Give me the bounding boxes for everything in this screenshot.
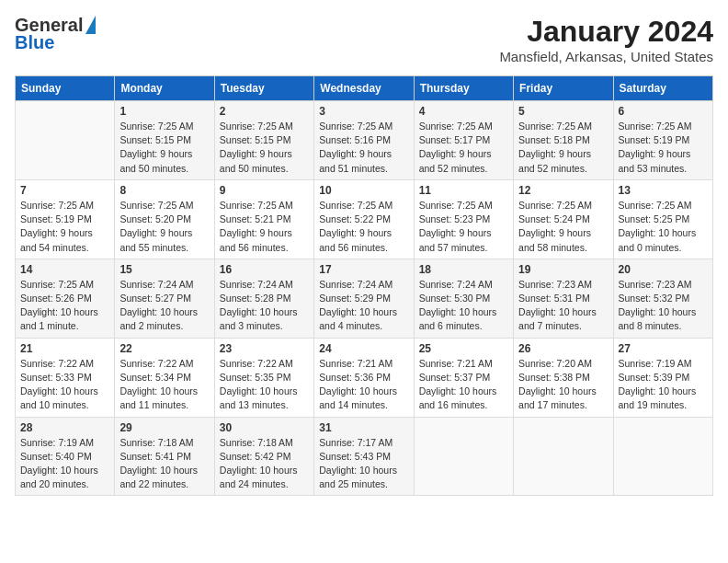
day-info: Sunrise: 7:17 AMSunset: 5:43 PMDaylight:… [319,436,408,492]
daylight-text: Daylight: 10 hours and 1 minute. [20,306,98,331]
logo: General Blue [15,15,96,53]
day-info: Sunrise: 7:25 AMSunset: 5:26 PMDaylight:… [20,278,109,334]
daylight-text: Daylight: 10 hours and 8 minutes. [619,306,697,331]
calendar-cell: 6Sunrise: 7:25 AMSunset: 5:19 PMDaylight… [613,101,712,180]
day-info: Sunrise: 7:21 AMSunset: 5:37 PMDaylight:… [419,357,508,413]
day-number: 13 [619,184,708,197]
calendar-cell: 22Sunrise: 7:22 AMSunset: 5:34 PMDayligh… [115,338,214,417]
day-number: 22 [119,342,209,355]
sunset-text: Sunset: 5:43 PM [319,451,391,462]
sunset-text: Sunset: 5:36 PM [319,372,391,383]
calendar-cell: 20Sunrise: 7:23 AMSunset: 5:32 PMDayligh… [613,259,712,338]
calendar-cell: 5Sunrise: 7:25 AMSunset: 5:18 PMDaylight… [514,101,613,180]
day-number: 7 [20,184,109,197]
day-info: Sunrise: 7:18 AMSunset: 5:42 PMDaylight:… [220,436,309,492]
sunrise-text: Sunrise: 7:19 AM [619,358,692,369]
daylight-text: Daylight: 10 hours and 0 minutes. [619,227,697,252]
calendar-cell: 12Sunrise: 7:25 AMSunset: 5:24 PMDayligh… [514,179,613,259]
calendar-header-row: SundayMondayTuesdayWednesdayThursdayFrid… [16,76,713,101]
day-info: Sunrise: 7:25 AMSunset: 5:21 PMDaylight:… [220,199,309,255]
calendar-week-row: 7Sunrise: 7:25 AMSunset: 5:19 PMDaylight… [16,179,713,259]
page-subtitle: Mansfield, Arkansas, United States [499,49,713,64]
day-info: Sunrise: 7:22 AMSunset: 5:33 PMDaylight:… [20,357,109,413]
sunset-text: Sunset: 5:22 PM [319,213,391,224]
daylight-text: Daylight: 9 hours and 50 minutes. [119,148,192,173]
sunrise-text: Sunrise: 7:19 AM [20,437,94,448]
daylight-text: Daylight: 10 hours and 4 minutes. [319,306,397,331]
day-info: Sunrise: 7:24 AMSunset: 5:29 PMDaylight:… [319,278,408,334]
daylight-text: Daylight: 10 hours and 6 minutes. [419,306,497,331]
day-number: 10 [319,184,408,197]
calendar-cell: 1Sunrise: 7:25 AMSunset: 5:15 PMDaylight… [115,101,214,180]
day-number: 27 [619,342,708,355]
sunset-text: Sunset: 5:16 PM [319,134,391,145]
sunrise-text: Sunrise: 7:25 AM [20,200,94,211]
day-info: Sunrise: 7:25 AMSunset: 5:15 PMDaylight:… [119,120,209,176]
calendar-cell [613,417,712,496]
sunrise-text: Sunrise: 7:21 AM [319,358,392,369]
day-info: Sunrise: 7:25 AMSunset: 5:25 PMDaylight:… [619,199,708,255]
day-info: Sunrise: 7:25 AMSunset: 5:19 PMDaylight:… [20,199,109,255]
sunset-text: Sunset: 5:28 PM [220,293,291,304]
calendar-cell: 18Sunrise: 7:24 AMSunset: 5:30 PMDayligh… [414,259,513,338]
sunrise-text: Sunrise: 7:18 AM [220,437,293,448]
sunset-text: Sunset: 5:19 PM [619,134,690,145]
sunset-text: Sunset: 5:19 PM [20,213,92,224]
daylight-text: Daylight: 9 hours and 51 minutes. [319,148,392,173]
day-info: Sunrise: 7:25 AMSunset: 5:20 PMDaylight:… [119,199,209,255]
day-info: Sunrise: 7:25 AMSunset: 5:18 PMDaylight:… [518,120,608,176]
sunset-text: Sunset: 5:17 PM [419,134,491,145]
day-number: 20 [619,263,708,276]
day-number: 5 [518,105,608,118]
calendar-cell: 2Sunrise: 7:25 AMSunset: 5:15 PMDaylight… [214,101,313,180]
day-info: Sunrise: 7:23 AMSunset: 5:31 PMDaylight:… [518,278,608,334]
sunset-text: Sunset: 5:42 PM [220,451,291,462]
sunset-text: Sunset: 5:26 PM [20,293,92,304]
day-info: Sunrise: 7:22 AMSunset: 5:35 PMDaylight:… [220,357,309,413]
calendar-cell: 8Sunrise: 7:25 AMSunset: 5:20 PMDaylight… [115,179,214,259]
daylight-text: Daylight: 9 hours and 57 minutes. [419,227,492,252]
calendar-cell: 30Sunrise: 7:18 AMSunset: 5:42 PMDayligh… [214,417,313,496]
calendar-cell: 28Sunrise: 7:19 AMSunset: 5:40 PMDayligh… [16,417,115,496]
calendar-cell: 15Sunrise: 7:24 AMSunset: 5:27 PMDayligh… [115,259,214,338]
daylight-text: Daylight: 9 hours and 52 minutes. [518,148,591,173]
day-number: 19 [518,263,608,276]
daylight-text: Daylight: 9 hours and 55 minutes. [119,227,192,252]
logo-triangle-icon [85,16,96,34]
day-number: 21 [20,342,109,355]
daylight-text: Daylight: 10 hours and 22 minutes. [119,465,198,489]
day-info: Sunrise: 7:25 AMSunset: 5:22 PMDaylight:… [319,199,408,255]
calendar-cell: 10Sunrise: 7:25 AMSunset: 5:22 PMDayligh… [314,179,414,259]
day-info: Sunrise: 7:20 AMSunset: 5:38 PMDaylight:… [518,357,608,413]
calendar-cell: 9Sunrise: 7:25 AMSunset: 5:21 PMDaylight… [214,179,313,259]
calendar-cell: 25Sunrise: 7:21 AMSunset: 5:37 PMDayligh… [414,338,513,417]
sunset-text: Sunset: 5:31 PM [518,293,590,304]
day-number: 31 [319,421,408,434]
day-number: 2 [220,105,309,118]
header-saturday: Saturday [613,76,712,101]
day-number: 14 [20,263,109,276]
sunset-text: Sunset: 5:25 PM [619,213,690,224]
calendar-cell: 7Sunrise: 7:25 AMSunset: 5:19 PMDaylight… [16,179,115,259]
calendar-week-row: 14Sunrise: 7:25 AMSunset: 5:26 PMDayligh… [16,259,713,338]
day-info: Sunrise: 7:23 AMSunset: 5:32 PMDaylight:… [619,278,708,334]
day-number: 1 [119,105,209,118]
calendar-week-row: 21Sunrise: 7:22 AMSunset: 5:33 PMDayligh… [16,338,713,417]
calendar-cell: 17Sunrise: 7:24 AMSunset: 5:29 PMDayligh… [314,259,414,338]
sunrise-text: Sunrise: 7:25 AM [419,121,493,132]
daylight-text: Daylight: 10 hours and 2 minutes. [119,306,198,331]
daylight-text: Daylight: 10 hours and 19 minutes. [619,385,697,410]
daylight-text: Daylight: 9 hours and 56 minutes. [220,227,292,252]
sunrise-text: Sunrise: 7:23 AM [619,279,692,290]
sunset-text: Sunset: 5:27 PM [119,293,191,304]
day-info: Sunrise: 7:25 AMSunset: 5:19 PMDaylight:… [619,120,708,176]
calendar-week-row: 1Sunrise: 7:25 AMSunset: 5:15 PMDaylight… [16,101,713,180]
day-info: Sunrise: 7:24 AMSunset: 5:30 PMDaylight:… [419,278,508,334]
sunrise-text: Sunrise: 7:24 AM [220,279,293,290]
day-info: Sunrise: 7:25 AMSunset: 5:23 PMDaylight:… [419,199,508,255]
daylight-text: Daylight: 10 hours and 20 minutes. [20,465,98,489]
sunset-text: Sunset: 5:24 PM [518,213,590,224]
daylight-text: Daylight: 10 hours and 11 minutes. [119,385,198,410]
day-number: 28 [20,421,109,434]
sunrise-text: Sunrise: 7:22 AM [119,358,193,369]
